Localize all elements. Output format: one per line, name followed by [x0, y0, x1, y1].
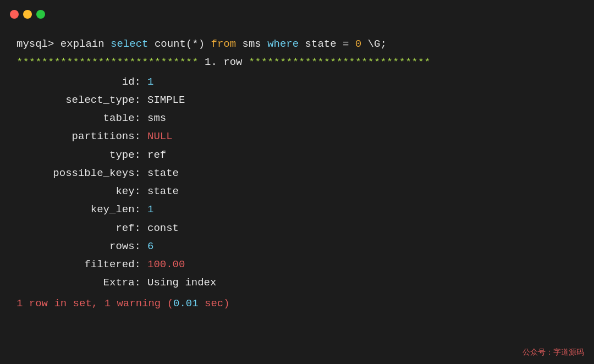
field-value-select-type: SIMPLE [147, 91, 185, 109]
field-extra: Extra: Using index [16, 274, 578, 292]
title-bar [0, 10, 594, 29]
footer-line: 1 row in set, 1 warning ( 0.01 sec) [16, 295, 578, 313]
field-name-partitions: partitions: [16, 128, 143, 146]
terminal-window: mysql> explain select count(*) from sms … [0, 0, 594, 364]
field-name-select-type: select_type: [16, 91, 143, 109]
separator-line: ***************************** 1. row ***… [16, 53, 578, 71]
field-rows: rows: 6 [16, 238, 578, 256]
equals-op: = [337, 35, 355, 53]
field-value-filtered: 100.00 [147, 256, 185, 274]
field-select-type: select_type: SIMPLE [16, 91, 578, 109]
field-value-key: state [147, 183, 179, 201]
field-value-table: sms [147, 109, 166, 128]
field-ref: ref: const [16, 219, 578, 238]
space1 [105, 35, 111, 53]
field-value-ref: const [147, 219, 179, 238]
table-name: sms [243, 35, 261, 53]
space6 [299, 35, 305, 53]
command-suffix: \G; [361, 35, 387, 53]
explain-table: id: 1 select_type: SIMPLE table: sms par… [16, 73, 578, 293]
field-partitions: partitions: NULL [16, 128, 578, 146]
field-name-table: table: [16, 109, 143, 128]
stars-right: ***************************** [249, 53, 431, 71]
field-name-key-len: key_len: [16, 201, 143, 219]
field-value-partitions: NULL [147, 128, 173, 146]
field-possible-keys: possible_keys: state [16, 164, 578, 183]
from-keyword: from [211, 35, 237, 53]
select-keyword: select [111, 35, 148, 53]
row-label: 1. row [199, 53, 249, 71]
field-type: type: ref [16, 146, 578, 164]
field-name-ref: ref: [16, 219, 143, 238]
field-value-rows: 6 [147, 238, 153, 256]
field-table: table: sms [16, 109, 578, 128]
value-zero: 0 [355, 35, 361, 53]
field-id: id: 1 [16, 73, 578, 91]
field-value-type: ref [147, 146, 166, 164]
field-name-filtered: filtered: [16, 256, 143, 274]
field-value-id: 1 [147, 73, 153, 91]
field-key: key: state [16, 183, 578, 201]
footer-text-1: 1 row in set, 1 warning ( [16, 295, 173, 313]
field-name-rows: rows: [16, 238, 143, 256]
field-key-len: key_len: 1 [16, 201, 578, 219]
watermark: 公众号：字道源码 [522, 348, 584, 357]
command-line: mysql> explain select count(*) from sms … [16, 35, 578, 53]
field-value-key-len: 1 [147, 201, 153, 219]
prompt: mysql> [16, 35, 61, 53]
space2 [148, 35, 154, 53]
field-value-possible-keys: state [147, 164, 179, 183]
footer-text-2: sec) [199, 295, 230, 313]
maximize-button[interactable] [36, 10, 45, 19]
field-name-id: id: [16, 73, 143, 91]
stars-left: ***************************** [16, 53, 199, 71]
minimize-button[interactable] [23, 10, 32, 19]
field-name-possible-keys: possible_keys: [16, 164, 143, 183]
explain-keyword: explain [61, 35, 105, 53]
field-name-key: key: [16, 183, 143, 201]
space4 [236, 35, 242, 53]
close-button[interactable] [10, 10, 19, 19]
space5 [261, 35, 267, 53]
count-func: count(*) [155, 35, 205, 53]
terminal-content: mysql> explain select count(*) from sms … [0, 29, 594, 324]
field-name-extra: Extra: [16, 274, 143, 292]
footer-time: 0.01 [173, 295, 199, 313]
where-keyword: where [267, 35, 299, 53]
field-value-extra: Using index [147, 274, 216, 292]
space3 [205, 35, 211, 53]
field-filtered: filtered: 100.00 [16, 256, 578, 274]
field-name-type: type: [16, 146, 143, 164]
state-field: state [305, 35, 337, 53]
